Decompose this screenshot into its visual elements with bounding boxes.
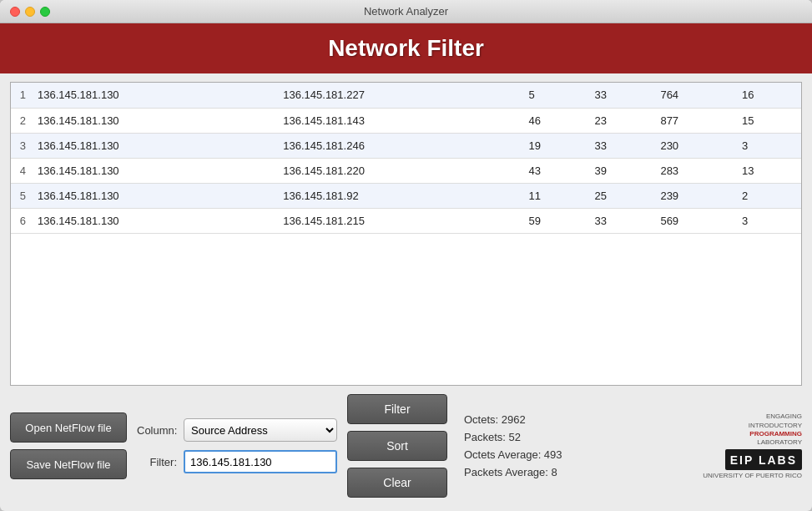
table-cell: 23 <box>588 108 653 133</box>
table-cell: 136.145.181.220 <box>276 158 522 183</box>
logo-area: ENGAGING INTRODUCTORY PROGRAMMING LABORA… <box>703 412 802 479</box>
table-row: 3136.145.181.130136.145.181.24619332303 <box>11 133 801 158</box>
octets-stat: Octets: 2962 <box>464 413 693 426</box>
logo-eip: EIP LABS <box>725 449 802 470</box>
eip-box: EIP LABS <box>725 449 802 470</box>
table-cell: 13 <box>735 158 801 183</box>
close-button[interactable] <box>10 7 20 17</box>
content-area: 1136.145.181.130136.145.181.227533764162… <box>0 73 812 511</box>
row-index: 2 <box>11 108 31 133</box>
logo-line1: ENGAGING <box>766 412 802 420</box>
column-select[interactable]: Source AddressDestination AddressSource … <box>184 418 337 442</box>
table-row: 1136.145.181.130136.145.181.22753376416 <box>11 83 801 108</box>
table-cell: 230 <box>653 133 735 158</box>
table-cell: 136.145.181.130 <box>31 183 276 208</box>
minimize-button[interactable] <box>25 7 35 17</box>
table-cell: 239 <box>653 183 735 208</box>
table-cell: 136.145.181.92 <box>276 183 522 208</box>
table-cell: 136.145.181.246 <box>276 133 522 158</box>
table-cell: 877 <box>653 108 735 133</box>
column-label: Column: <box>137 424 177 437</box>
file-buttons: Open NetFlow file Save NetFlow file <box>10 412 127 479</box>
row-index: 4 <box>11 158 31 183</box>
column-row: Column: Source AddressDestination Addres… <box>137 418 337 442</box>
packets-stat: Packets: 52 <box>464 431 693 443</box>
table-cell: 3 <box>735 208 801 233</box>
table-cell: 33 <box>588 208 653 233</box>
table-cell: 15 <box>735 108 801 133</box>
packets-avg-stat: Packets Average: 8 <box>464 466 693 478</box>
action-buttons: Filter Sort Clear <box>347 394 447 498</box>
table-cell: 136.145.181.130 <box>31 83 276 108</box>
table-cell: 43 <box>522 158 588 183</box>
table-cell: 46 <box>522 108 588 133</box>
header-bar: Network Filter <box>0 23 812 73</box>
sort-button[interactable]: Sort <box>347 431 447 461</box>
table-cell: 136.145.181.227 <box>276 83 522 108</box>
table-cell: 33 <box>588 83 653 108</box>
table-cell: 136.145.181.130 <box>31 133 276 158</box>
row-index: 1 <box>11 83 31 108</box>
row-index: 5 <box>11 183 31 208</box>
eip-label: EIP LABS <box>730 453 797 467</box>
logo-line2: INTRODUCTORY <box>749 422 802 429</box>
table-cell: 19 <box>522 133 588 158</box>
maximize-button[interactable] <box>40 7 50 17</box>
table-cell: 136.145.181.215 <box>276 208 522 233</box>
logo-line3: PROGRAMMING <box>749 430 802 438</box>
filter-button[interactable]: Filter <box>347 394 447 424</box>
table-row: 2136.145.181.130136.145.181.143462387715 <box>11 108 801 133</box>
filter-label: Filter: <box>137 456 177 468</box>
upr-text: UNIVERSITY OF PUERTO RICO <box>703 472 802 479</box>
table-cell: 5 <box>522 83 588 108</box>
table-cell: 2 <box>735 183 801 208</box>
clear-button[interactable]: Clear <box>347 468 447 498</box>
octets-avg-stat: Octets Average: 493 <box>464 448 693 461</box>
row-index: 3 <box>11 133 31 158</box>
save-netflow-button[interactable]: Save NetFlow file <box>10 449 127 479</box>
window-title: Network Analyzer <box>364 5 448 18</box>
bottom-panel: Open NetFlow file Save NetFlow file Colu… <box>10 386 802 503</box>
table-cell: 25 <box>588 183 653 208</box>
table-cell: 283 <box>653 158 735 183</box>
traffic-lights <box>10 7 50 17</box>
page-title: Network Filter <box>0 35 812 62</box>
table-cell: 39 <box>588 158 653 183</box>
table-cell: 764 <box>653 83 735 108</box>
table-cell: 136.145.181.143 <box>276 108 522 133</box>
table-cell: 136.145.181.130 <box>31 108 276 133</box>
filter-row: Filter: <box>137 450 337 473</box>
table-cell: 16 <box>735 83 801 108</box>
table-cell: 136.145.181.130 <box>31 158 276 183</box>
table-cell: 569 <box>653 208 735 233</box>
table-cell: 3 <box>735 133 801 158</box>
table-cell: 11 <box>522 183 588 208</box>
table-row: 4136.145.181.130136.145.181.220433928313 <box>11 158 801 183</box>
table-row: 6136.145.181.130136.145.181.21559335693 <box>11 208 801 233</box>
table-cell: 59 <box>522 208 588 233</box>
data-table-container: 1136.145.181.130136.145.181.227533764162… <box>10 82 802 386</box>
table-cell: 136.145.181.130 <box>31 208 276 233</box>
logo-text: ENGAGING INTRODUCTORY PROGRAMMING LABORA… <box>749 412 802 448</box>
open-netflow-button[interactable]: Open NetFlow file <box>10 412 127 443</box>
titlebar: Network Analyzer <box>0 0 812 23</box>
row-index: 6 <box>11 208 31 233</box>
stats-section: Octets: 2962 Packets: 52 Octets Average:… <box>457 413 693 478</box>
filter-section: Column: Source AddressDestination Addres… <box>137 418 337 473</box>
main-window: Network Analyzer Network Filter 1136.145… <box>0 0 812 511</box>
data-table: 1136.145.181.130136.145.181.227533764162… <box>11 83 801 234</box>
logo-line4: LABORATORY <box>757 438 802 446</box>
table-cell: 33 <box>588 133 653 158</box>
table-row: 5136.145.181.130136.145.181.9211252392 <box>11 183 801 208</box>
filter-input[interactable] <box>184 450 337 473</box>
